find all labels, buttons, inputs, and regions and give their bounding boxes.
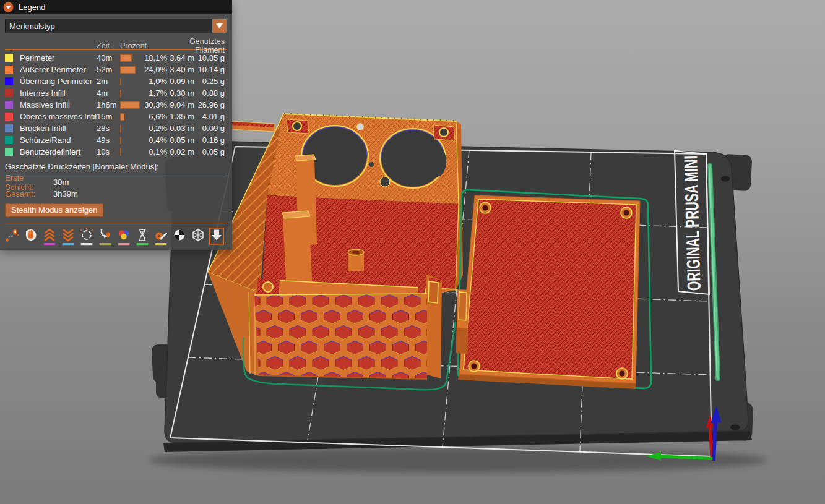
feature-row[interactable]: Äußerer Perimeter52m24,0%3.40 m10.14 g xyxy=(5,64,227,75)
total-time-row: Gesamt: 3h39m xyxy=(5,188,227,200)
feature-color-swatch xyxy=(5,89,13,97)
percent-bar xyxy=(120,101,140,109)
filament-length: 3.40 m xyxy=(167,65,194,74)
view-type-value: Merkmalstyp xyxy=(9,22,55,31)
retractions-icon[interactable] xyxy=(42,228,57,246)
filament-weight: 4.01 g xyxy=(194,112,225,121)
center-of-mass-icon[interactable] xyxy=(172,228,187,246)
bed-mount-hole xyxy=(721,176,730,182)
axis-y-arrow xyxy=(711,427,712,459)
first-layer-row: Erste Schicht: 30m xyxy=(5,176,227,188)
filament-length: 0.30 m xyxy=(167,88,194,98)
feature-label: Massives Infill xyxy=(20,100,97,109)
filament-weight: 10.85 g xyxy=(194,53,225,62)
feature-row[interactable]: Oberes massives Infill15m6,6%1.35 m4.01 … xyxy=(5,111,227,122)
legend-title-bar[interactable]: Legend xyxy=(0,0,232,14)
custom-gcode-icon[interactable] xyxy=(153,228,168,246)
feature-color-swatch xyxy=(5,136,13,144)
feature-label: Internes Infill xyxy=(20,88,97,98)
shells-icon[interactable] xyxy=(191,228,205,246)
model-lid-plate[interactable] xyxy=(456,190,651,389)
feature-color-swatch xyxy=(5,54,13,62)
percent-value: 30,3% xyxy=(144,100,167,109)
filament-weight: 0.05 g xyxy=(194,147,225,156)
feature-row[interactable]: Massives Infill1h6m30,3%9.04 m26.96 g xyxy=(5,99,227,111)
percent-value: 0,4% xyxy=(149,135,167,145)
filament-weight: 0.09 g xyxy=(194,124,225,133)
tool-marker-icon[interactable] xyxy=(209,228,224,246)
feature-time: 4m xyxy=(97,88,120,98)
feature-time: 1h6m xyxy=(97,100,120,109)
dropdown-button[interactable] xyxy=(212,19,227,33)
feature-label: Perimeter xyxy=(20,53,97,62)
percent-bar xyxy=(120,125,121,132)
percent-cell: 0,4% xyxy=(120,134,167,146)
tool-changes-icon[interactable] xyxy=(98,228,113,246)
percent-cell: 0,2% xyxy=(120,122,167,134)
pause-prints-icon[interactable] xyxy=(135,228,150,246)
side-clip xyxy=(456,289,469,354)
axis-z-arrow xyxy=(714,422,715,461)
percent-bar xyxy=(120,90,121,97)
feature-time: 52m xyxy=(97,65,120,74)
first-layer-value: 30m xyxy=(53,177,69,187)
percent-bar xyxy=(120,113,124,121)
filament-length: 1.35 m xyxy=(167,112,194,121)
percent-value: 0,1% xyxy=(149,147,167,156)
filament-length: 9.04 m xyxy=(167,100,194,109)
feature-label: Schürze/Rand xyxy=(20,135,97,145)
first-layer-label: Erste Schicht: xyxy=(5,173,53,192)
percent-bar xyxy=(120,78,121,85)
percent-cell: 24,0% xyxy=(120,64,167,75)
feature-color-swatch xyxy=(5,77,13,85)
percent-bar xyxy=(120,137,121,144)
col-filament: Genutztes Filament xyxy=(167,37,225,54)
feature-row[interactable]: Brücken Infill28s0,2%0.03 m0.09 g xyxy=(5,122,227,134)
legend-body: Merkmalstyp Zeit Prozent Genutztes Filam… xyxy=(0,14,232,250)
percent-bar xyxy=(120,148,121,156)
filament-length: 0.09 m xyxy=(167,77,194,86)
filament-length: 3.64 m xyxy=(167,53,194,62)
collapse-icon[interactable] xyxy=(3,2,14,12)
percent-cell: 30,3% xyxy=(120,99,167,111)
filament-weight: 0.25 g xyxy=(194,77,225,86)
feature-color-swatch xyxy=(5,124,13,132)
chevron-down-icon xyxy=(215,23,223,29)
feature-row[interactable]: Überhang Perimeter2m1,0%0.09 m0.25 g xyxy=(5,75,227,87)
feature-label: Äußerer Perimeter xyxy=(20,65,97,74)
feature-table: Perimeter40m18,1%3.64 m10.85 gÄußerer Pe… xyxy=(5,52,227,158)
seams-icon[interactable] xyxy=(79,228,94,246)
col-percent: Prozent xyxy=(120,41,167,50)
filament-weight: 10.14 g xyxy=(194,65,225,74)
legend-toolbar xyxy=(5,223,227,246)
filament-weight: 26.96 g xyxy=(194,100,225,109)
feature-row[interactable]: Schürze/Rand49s0,4%0.05 m0.16 g xyxy=(5,134,227,146)
filament-length: 0.05 m xyxy=(167,135,194,145)
percent-cell: 0,1% xyxy=(120,146,167,158)
estimates-heading: Geschätzte Druckzeiten [Normaler Modus]: xyxy=(5,162,227,171)
feature-row[interactable]: Internes Infill4m1,7%0.30 m0.88 g xyxy=(5,87,227,99)
feature-label: Benutzerdefiniert xyxy=(20,147,97,156)
percent-value: 0,2% xyxy=(149,124,167,133)
color-changes-icon[interactable] xyxy=(116,228,131,246)
feature-row[interactable]: Benutzerdefiniert10s0,1%0.02 m0.05 g xyxy=(5,146,227,158)
feature-time: 10s xyxy=(97,147,120,156)
total-time-label: Gesamt: xyxy=(5,189,53,199)
feature-row[interactable]: Perimeter40m18,1%3.64 m10.85 g xyxy=(5,52,227,64)
percent-bar xyxy=(120,54,132,62)
wipe-icon[interactable] xyxy=(24,228,38,246)
view-type-select[interactable]: Merkmalstyp xyxy=(5,19,227,33)
col-time: Zeit xyxy=(97,41,120,50)
honeycomb-wall xyxy=(254,294,427,379)
travel-moves-icon[interactable] xyxy=(5,228,20,246)
percent-cell: 18,1% xyxy=(120,52,167,64)
feature-color-swatch xyxy=(5,113,13,121)
feature-color-swatch xyxy=(5,148,13,156)
table-header: Zeit Prozent Genutztes Filament xyxy=(5,37,227,48)
feature-time: 40m xyxy=(97,53,120,62)
feature-time: 2m xyxy=(97,77,120,86)
legend-title: Legend xyxy=(19,2,45,12)
top-solid-infill xyxy=(464,199,636,379)
stealth-mode-button[interactable]: Stealth Modus anzeigen xyxy=(5,203,103,217)
deretractions-icon[interactable] xyxy=(61,228,76,246)
